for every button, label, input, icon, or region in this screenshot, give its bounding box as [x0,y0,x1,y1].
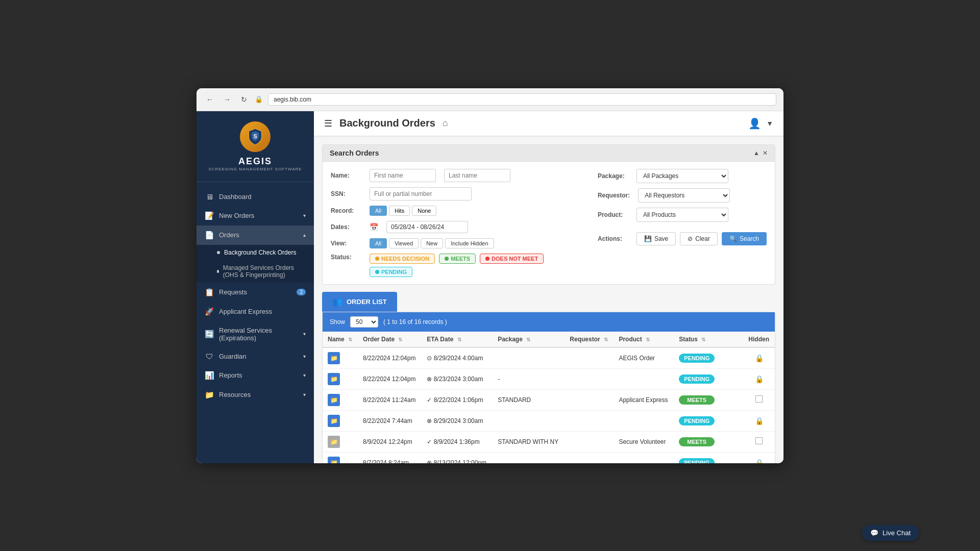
sidebar-item-label: New Orders [219,212,254,219]
view-all-button[interactable]: All [370,238,387,248]
lock-icon: 🔒 [755,375,764,383]
status-meets[interactable]: MEETS [439,254,476,264]
pending-dot [375,270,379,274]
folder-button[interactable]: 📁 [328,415,340,427]
cell-product [614,452,674,463]
clear-button[interactable]: ⊘ Clear [680,232,718,245]
product-select[interactable]: All Products [636,208,728,222]
sidebar-item-guardian[interactable]: 🛡 Guardian ▾ [197,347,314,366]
status-needs-decision[interactable]: NEEDS DECISION [370,254,435,264]
sidebar-item-resources[interactable]: 📁 Resources ▾ [197,385,314,405]
sidebar-nav: 🖥 Dashboard 📝 New Orders ▾ 📄 Orders ▴ [197,182,314,463]
cell-folder: 📁 [323,368,358,389]
hidden-checkbox[interactable] [755,437,763,444]
requests-icon: 📋 [205,288,214,297]
first-name-input[interactable] [370,169,436,182]
col-name[interactable]: Name ⇅ [323,332,358,347]
cell-package: - [493,368,565,389]
status-pending[interactable]: PENDING [370,267,412,277]
bullet-icon [217,251,220,254]
dropdown-chevron-icon[interactable]: ▼ [766,119,773,128]
user-icon[interactable]: 👤 [748,117,761,130]
lock-icon: 🔒 [755,459,764,463]
save-button[interactable]: 💾 Save [636,232,676,245]
cell-status: PENDING [674,368,743,389]
sidebar-item-renewal-services[interactable]: 🔄 Renewal Services (Expirations) ▾ [197,321,314,347]
status-badge: MEETS [679,437,715,446]
folder-button[interactable]: 📁 [328,373,340,385]
logo-text: AEGIS [238,156,272,167]
date-range-input[interactable] [386,221,468,233]
col-package[interactable]: Package ⇅ [493,332,565,347]
sort-icon: ⇅ [398,337,402,342]
view-new-button[interactable]: New [421,238,443,248]
folder-button[interactable]: 📁 [328,436,340,448]
live-chat-button[interactable]: 💬 Live Chat [862,525,919,541]
requestor-select[interactable]: All Requestors [638,188,730,203]
sidebar-item-dashboard[interactable]: 🖥 Dashboard [197,187,314,206]
home-icon[interactable]: ⌂ [443,118,448,129]
refresh-button[interactable]: ↻ [238,94,250,105]
view-hidden-button[interactable]: Include Hidden [445,238,494,248]
folder-button[interactable]: 📁 [328,457,340,463]
cell-eta-date: ⊙ 8/29/2024 4:00am [422,347,493,369]
record-none-button[interactable]: None [412,206,436,216]
status-tags-row2: PENDING [370,267,544,277]
search-button[interactable]: 🔍 Search [722,232,767,245]
col-eta-date[interactable]: ETA Date ⇅ [422,332,493,347]
cell-status: PENDING [674,410,743,431]
clear-icon: ⊘ [688,235,693,242]
sidebar-item-background-check-orders[interactable]: Background Check Orders [197,245,314,260]
ssn-input[interactable] [370,187,472,201]
resources-icon: 📁 [205,390,214,399]
col-requestor[interactable]: Requestor ⇅ [565,332,614,347]
col-product[interactable]: Product ⇅ [614,332,674,347]
order-list-tab-button[interactable]: 👥 ORDER LIST [322,292,397,312]
show-per-page-select[interactable]: 50 25 100 [350,316,378,328]
sidebar-item-new-orders[interactable]: 📝 New Orders ▾ [197,206,314,226]
orders-table: Name ⇅ Order Date ⇅ ETA Date ⇅ Package ⇅… [323,332,775,463]
minimize-button[interactable]: ▲ [753,149,760,157]
logo-area: S AEGIS SCREENING MANAGEMENT SOFTWARE [197,111,314,182]
forward-button[interactable]: → [221,94,233,105]
hamburger-button[interactable]: ☰ [324,118,332,129]
sidebar-item-label: Guardian [219,353,246,360]
folder-button[interactable]: 📁 [328,394,340,406]
record-hits-button[interactable]: Hits [389,206,410,216]
cell-folder: 📁 [323,410,358,431]
cell-package [493,410,565,431]
status-does-not-meet[interactable]: DOES NOT MEET [480,254,544,264]
package-select[interactable]: All Packages [636,169,728,183]
url-bar[interactable] [268,93,776,106]
live-chat-label: Live Chat [883,529,911,537]
cell-order-date: 8/22/2024 7:44am [358,410,422,431]
cell-eta-date: ⊗ 8/13/2024 12:00pm [422,452,493,463]
cell-eta-date: ✓ 8/9/2024 1:36pm [422,431,493,452]
sidebar-item-label: Renewal Services (Expirations) [219,327,298,342]
sidebar-item-applicant-express[interactable]: 🚀 Applicant Express [197,302,314,321]
status-badge: PENDING [679,416,715,425]
sidebar-item-requests[interactable]: 📋 Requests 2 [197,283,314,302]
meets-label: MEETS [451,256,470,262]
back-button[interactable]: ← [204,94,216,105]
sort-icon: ⇅ [604,337,608,342]
cell-order-date: 8/22/2024 12:04pm [358,347,422,369]
col-status[interactable]: Status ⇅ [674,332,743,347]
cell-product [614,368,674,389]
last-name-input[interactable] [444,169,510,182]
chat-icon: 💬 [870,529,878,537]
pending-label: PENDING [381,269,407,275]
sidebar-item-orders[interactable]: 📄 Orders ▴ [197,226,314,245]
sidebar-item-reports[interactable]: 📊 Reports ▾ [197,366,314,385]
col-order-date[interactable]: Order Date ⇅ [358,332,422,347]
panel-controls: ▲ ✕ [753,149,768,157]
cell-package [493,452,565,463]
cell-hidden [743,389,775,410]
close-button[interactable]: ✕ [763,149,768,157]
hidden-checkbox[interactable] [755,395,763,403]
record-all-button[interactable]: All [370,206,387,216]
status-badge: MEETS [679,395,715,405]
view-viewed-button[interactable]: Viewed [389,238,419,248]
folder-button[interactable]: 📁 [328,352,340,364]
sidebar-item-managed-services-orders[interactable]: Managed Services Orders (OHS & Fingerpri… [197,260,314,283]
